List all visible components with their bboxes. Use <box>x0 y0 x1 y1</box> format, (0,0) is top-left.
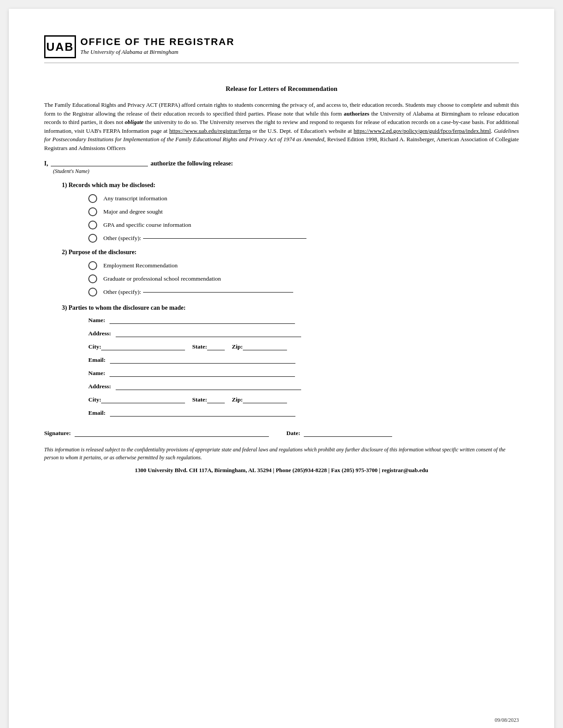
zip2-field-group: Zip: <box>232 396 287 403</box>
option-gpa: GPA and specific course information <box>103 221 191 229</box>
document-title: Release for Letters of Recommendation <box>44 85 519 93</box>
email2-label: Email: <box>88 409 106 417</box>
city2-label: City: <box>88 396 101 403</box>
header: UAB OFFICE OF THE REGISTRAR The Universi… <box>44 35 519 72</box>
state2-field-group: State: <box>192 396 225 403</box>
radio-other2[interactable] <box>88 288 97 296</box>
footer-disclaimer: This information is released subject to … <box>44 446 519 462</box>
radio-other1[interactable] <box>88 234 97 243</box>
signature-field[interactable] <box>75 436 269 437</box>
name1-label: Name: <box>88 317 105 324</box>
section3-title: 3) Parties to whom the disclosure can be… <box>62 304 519 311</box>
zip2-field[interactable] <box>243 403 287 403</box>
logo-box: UAB <box>44 35 76 58</box>
date-section: Date: <box>287 430 519 437</box>
radio-gpa[interactable] <box>88 221 97 229</box>
section2-options: Employment Recommendation Graduate or pr… <box>88 261 519 296</box>
other2-blank <box>143 292 293 293</box>
state1-field[interactable] <box>207 350 225 350</box>
city2-field[interactable] <box>101 403 185 403</box>
list-item: Major and degree sought <box>88 207 519 216</box>
option-other1-label: Other (specify): <box>103 235 141 242</box>
list-item: Graduate or professional school recommen… <box>88 274 519 283</box>
option-employment: Employment Recommendation <box>103 262 178 269</box>
list-item: Other (specify): <box>88 288 519 296</box>
list-item: Other (specify): <box>88 234 519 243</box>
radio-graduate[interactable] <box>88 274 97 283</box>
list-item: Employment Recommendation <box>88 261 519 270</box>
other1-blank <box>143 238 306 239</box>
email1-label: Email: <box>88 356 106 364</box>
date-field[interactable] <box>304 436 392 437</box>
list-item: Any transcript information <box>88 194 519 203</box>
radio-any-transcript[interactable] <box>88 194 97 203</box>
section3: 3) Parties to whom the disclosure can be… <box>44 304 519 417</box>
name2-row: Name: <box>88 370 519 377</box>
section1: 1) Records which may be disclosed: Any t… <box>44 182 519 243</box>
state2-field[interactable] <box>207 403 225 403</box>
list-item: GPA and specific course information <box>88 221 519 229</box>
email1-row: Email: <box>88 356 519 364</box>
address2-label: Address: <box>88 383 111 390</box>
state1-label: State: <box>192 343 207 350</box>
city1-field[interactable] <box>101 350 185 350</box>
name1-row: Name: <box>88 317 519 324</box>
student-name-label: (Student's Name) <box>53 168 519 175</box>
state2-label: State: <box>192 396 207 403</box>
signature-label: Signature: <box>44 430 71 437</box>
logo-area: UAB OFFICE OF THE REGISTRAR The Universi… <box>44 35 519 58</box>
date-label: Date: <box>287 430 300 437</box>
header-divider <box>44 63 519 63</box>
logo-letters: UAB <box>46 41 74 53</box>
section2: 2) Purpose of the disclosure: Employment… <box>44 249 519 296</box>
state1-field-group: State: <box>192 343 225 350</box>
date-stamp: 09/08/2023 <box>495 717 519 724</box>
address2-row: Address: <box>88 383 519 390</box>
option-any-transcript: Any transcript information <box>103 195 167 202</box>
zip1-field[interactable] <box>243 350 287 350</box>
university-name: The University of Alabama at Birmingham <box>80 49 178 55</box>
authorize-suffix: authorize the following release: <box>151 160 233 167</box>
address2-field[interactable] <box>116 390 301 390</box>
authorize-line: I, authorize the following release: <box>44 160 519 167</box>
intro-text: The Family Educational Rights and Privac… <box>44 101 519 152</box>
footer-address: 1300 University Blvd. CH 117A, Birmingha… <box>44 467 519 474</box>
email2-row: Email: <box>88 409 519 417</box>
option-other2-label: Other (specify): <box>103 289 141 296</box>
city-state-zip2-row: City: State: Zip: <box>88 396 519 403</box>
radio-employment[interactable] <box>88 261 97 270</box>
city1-label: City: <box>88 343 101 350</box>
office-title: OFFICE OF THE REGISTRAR <box>80 36 234 48</box>
name2-field[interactable] <box>110 376 295 377</box>
email2-field[interactable] <box>110 416 295 417</box>
section1-options: Any transcript information Major and deg… <box>88 194 519 243</box>
authorize-prefix: I, <box>44 160 48 167</box>
address1-field[interactable] <box>116 337 301 337</box>
radio-major-degree[interactable] <box>88 207 97 216</box>
signature-area: Signature: Date: <box>44 430 519 437</box>
option-graduate: Graduate or professional school recommen… <box>103 275 221 282</box>
page: UAB OFFICE OF THE REGISTRAR The Universi… <box>9 9 554 728</box>
zip1-label: Zip: <box>232 343 243 350</box>
section2-title: 2) Purpose of the disclosure: <box>62 249 519 256</box>
option-major-degree: Major and degree sought <box>103 208 163 215</box>
parties-fields: Name: Address: City: State: Zip: <box>88 317 519 417</box>
name2-label: Name: <box>88 370 105 377</box>
address1-label: Address: <box>88 330 111 337</box>
section1-title: 1) Records which may be disclosed: <box>62 182 519 189</box>
email1-field[interactable] <box>110 363 295 364</box>
city1-field-group: City: <box>88 343 185 350</box>
city-state-zip1-row: City: State: Zip: <box>88 343 519 350</box>
city2-field-group: City: <box>88 396 185 403</box>
zip2-label: Zip: <box>232 396 243 403</box>
address1-row: Address: <box>88 330 519 337</box>
student-name-blank <box>51 166 148 166</box>
zip1-field-group: Zip: <box>232 343 287 350</box>
name1-field[interactable] <box>110 323 295 324</box>
